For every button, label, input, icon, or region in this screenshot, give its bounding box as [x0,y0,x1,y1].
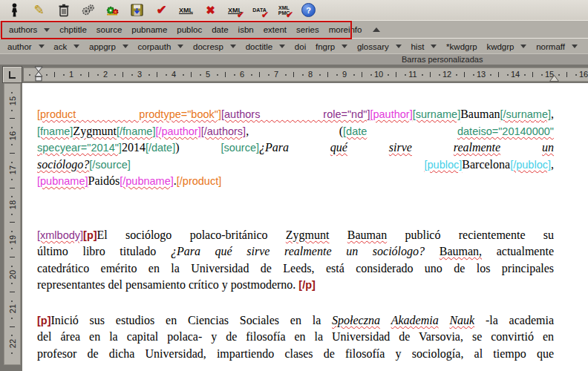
document-line[interactable]: último libro titulado ¿Para qué sirve re… [37,243,554,260]
delete-x-icon[interactable]: ✖ [202,1,219,19]
document-line[interactable]: specyear="2014"]2014[/date]) [source]¿Pa… [37,139,554,157]
dropdown-arrow-icon[interactable] [431,45,437,48]
dropdown-arrow-icon[interactable] [230,45,236,48]
tagbar-item-corpauth[interactable]: corpauth [138,42,184,51]
collapse-arrow-icon[interactable] [373,27,380,32]
red-check-overlay-icon: ✔ [261,10,269,20]
macros-colored-gears-icon[interactable] [104,1,121,19]
ruler-tick [422,74,423,76]
document-line[interactable]: profesor de dicha Universidad, impartien… [37,346,554,363]
dropdown-arrow-icon[interactable] [396,45,402,48]
tagbar-item-appgrp[interactable]: appgrp [89,42,128,51]
document-line[interactable]: sociólogo?[/source] [publoc]Barcelona[/p… [37,157,554,174]
indent-marker[interactable] [34,66,43,85]
ruler-tick [10,153,15,154]
tagbar-item-docresp[interactable]: docresp [193,42,236,51]
text-segment: Bauman [347,229,387,241]
data-validate-icon[interactable]: DATA ✔ [251,1,268,19]
xml-paragraph-block[interactable]: [xmlbody][p]El sociólogo polaco-británic… [37,227,554,294]
settings-gears-icon[interactable] [79,1,97,19]
document-line[interactable]: [xmlbody][p]El sociólogo polaco-británic… [37,227,554,244]
tagbar-item-glossary[interactable]: glossary [357,42,402,51]
tagbar-item-authors[interactable]: authors [9,25,50,34]
tab-selector-button[interactable] [2,66,22,83]
dropdown-arrow-icon[interactable] [39,45,45,48]
ruler-tick [388,74,389,76]
text-segment: El sociólogo polaco-británico [97,229,286,241]
tagbar-item-hist[interactable]: hist [411,42,437,51]
ruler-number: 1 [69,70,74,79]
horizontal-ruler[interactable]: 12345678910111213141516 [24,68,588,82]
author-person-icon[interactable] [6,1,23,19]
text-segment: actualmente [482,245,554,257]
ruler-number: 20 [8,269,17,278]
ruler-tick [10,188,15,188]
tagbar-item-doi[interactable]: doi [295,42,306,51]
ruler-tick [498,72,499,77]
tagbar-item-isbn[interactable]: isbn [238,25,254,34]
ruler-tick [319,74,321,76]
dropdown-arrow-icon[interactable] [44,28,50,32]
tagbar-item-moreinfo[interactable]: moreinfo [329,25,362,34]
tagbar-item-author[interactable]: author [7,42,45,51]
tagbar-item-kwdgrp[interactable]: kwdgrp [486,42,526,51]
xml-icon[interactable]: XML [177,1,195,19]
text-segment [380,314,391,326]
tagbar-item-series[interactable]: series [296,25,319,34]
document-line[interactable]: representantes del pensamiento crítico y… [37,277,554,294]
tagbar-item-label: series [296,25,319,34]
document-line[interactable]: [p]Inició sus estudios en Ciencias Socia… [37,312,554,329]
vertical-ruler[interactable]: 1516171819202122 [4,83,21,365]
tagbar-item-pubname[interactable]: pubname [131,25,167,34]
document-line[interactable]: [fname]Zygmunt[/fname][/pauthor][/author… [37,123,554,140]
tagbar-item-doctitle[interactable]: doctitle [246,42,285,51]
document-page[interactable]: [product prodtype="book"][authors role="… [22,83,588,371]
xml-tag: [/publoc] [510,159,551,171]
delete-trash-icon[interactable] [55,1,72,19]
document-line[interactable]: catedrático emérito en la Universidad de… [37,260,554,278]
ruler-tick [285,74,287,76]
ruler-tick [11,196,13,197]
tagbar-item-ack[interactable]: ack [53,42,79,51]
xml-tag: [/source] [89,159,131,171]
tagbar-item-normaff[interactable]: normaff [536,42,578,51]
ruler-tick [63,74,65,76]
xml-paragraph-block[interactable]: [p]Inició sus estudios en Ciencias Socia… [37,312,554,363]
text-segment: profesor de dicha Universidad, impartien… [37,347,554,360]
ruler-tick [10,292,15,292]
tagbar-item-kwdgrp[interactable]: *kwdgrp [446,42,477,51]
tagbar-item-source[interactable]: source [97,25,122,34]
help-icon[interactable]: ? [300,1,317,19]
xml-paragraph-block[interactable]: [product prodtype="book"][authors role="… [37,106,554,190]
tagbar-item-label: fngrp [316,42,335,51]
dropdown-arrow-icon[interactable] [342,45,347,48]
tagbar-item-date[interactable]: date [212,25,228,34]
dropdown-arrow-icon[interactable] [279,45,285,48]
xml-tag: [/pauthor] [155,125,200,137]
dropdown-arrow-icon[interactable] [520,45,526,48]
validate-check-icon[interactable]: ✔ [153,1,170,19]
ruler-number: 4 [172,70,176,79]
document-content[interactable]: [product prodtype="book"][authors role="… [37,106,554,362]
dropdown-arrow-icon[interactable] [177,45,183,48]
save-icon[interactable] [128,1,146,19]
dropdown-arrow-icon[interactable] [122,45,128,48]
tagbar-item-chptitle[interactable]: chptitle [59,25,86,34]
tagbar-item-fngrp[interactable]: fngrp [316,42,347,51]
dropdown-arrow-icon[interactable] [74,45,79,48]
ruler-number: 16 [579,70,588,79]
ruler-tick [490,74,491,76]
text-segment [425,245,440,257]
ruler-number: 18 [8,200,17,209]
dropdown-arrow-icon[interactable] [572,45,578,48]
document-line[interactable]: del área en la capital polaca- y de filo… [37,329,554,346]
document-line[interactable]: [pubname]Paidós[/pubname].[/product] [37,173,554,190]
xml-pmc-validate-icon[interactable]: XML PMC ✔ [275,1,293,19]
xml-validate-icon[interactable]: XML ✔ [226,1,244,19]
ruler-tick [405,74,406,76]
document-line[interactable]: [product prodtype="book"][authors role="… [37,106,554,123]
edit-pencil-icon[interactable]: ✎ [30,1,48,19]
tagbar-item-publoc[interactable]: publoc [177,25,202,34]
xml-tag: [xmlbody] [37,229,83,241]
tagbar-item-extent[interactable]: extent [264,25,287,34]
